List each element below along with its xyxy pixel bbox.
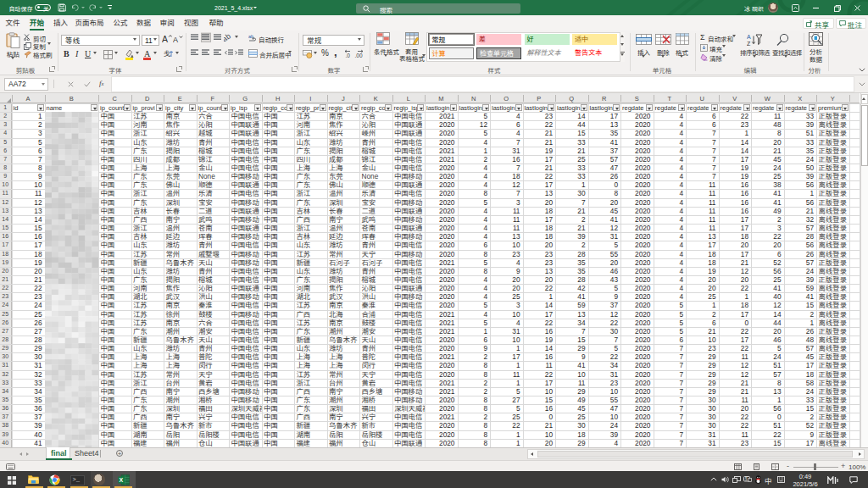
svg-text:X: X: [120, 477, 124, 483]
svg-text:Z: Z: [747, 41, 751, 47]
svg-text:戋: 戋: [164, 50, 170, 58]
svg-text:A: A: [173, 36, 178, 43]
svg-text:ab: ab: [224, 33, 232, 42]
svg-text:A: A: [747, 34, 751, 40]
svg-text:.0: .0: [346, 53, 351, 58]
svg-text:.00: .00: [355, 53, 363, 58]
svg-text:5: 5: [745, 477, 748, 481]
svg-text:A: A: [162, 34, 168, 43]
